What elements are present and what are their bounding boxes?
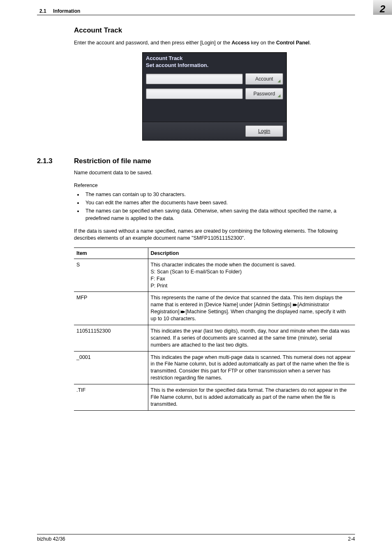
cell-desc: This indicates the page when multi-page …: [148, 351, 355, 384]
cell-item: 110511152300: [74, 325, 148, 351]
sec213-p2: If the data is saved without a name spec…: [74, 228, 355, 242]
screen-title: Account Track: [143, 53, 286, 62]
table-row: MFP This represents the name of the devi…: [74, 292, 355, 325]
page-footer: bizhub 42/36 2-4: [37, 534, 355, 542]
table-row: _0001 This indicates the page when multi…: [74, 351, 355, 384]
header-rule: [37, 15, 355, 15]
cell-desc: This character indicates the mode when t…: [148, 259, 355, 292]
intro-pre: Enter the account and password, and then…: [74, 40, 232, 46]
intro-controlpanel: Control Panel: [276, 40, 309, 46]
reference-list: The names can contain up to 30 character…: [74, 191, 355, 222]
chapter-number: 2: [380, 0, 385, 18]
header-section-number: 2.1: [39, 8, 46, 14]
cell-item: _0001: [74, 351, 148, 384]
cell-item: .TIF: [74, 384, 148, 411]
screen-subtitle: Set account Information.: [143, 62, 286, 72]
account-label: Account: [255, 76, 273, 82]
intro-mid: key on the: [249, 40, 276, 46]
running-header: 2.1 Information: [37, 0, 355, 14]
device-screenshot: Account Track Set account Information. A…: [142, 52, 287, 141]
cell-desc: This is the extension for the specified …: [148, 384, 355, 411]
account-button[interactable]: Account: [245, 73, 283, 85]
intro-post: .: [309, 40, 311, 46]
account-track-heading: Account Track: [74, 26, 355, 35]
account-input[interactable]: [146, 74, 243, 84]
cell-desc: This represents the name of the device t…: [148, 292, 355, 325]
arrow-icon: ▸▸: [181, 308, 184, 315]
login-button[interactable]: Login: [245, 125, 283, 137]
password-input[interactable]: [146, 88, 243, 99]
ref-item: The names can contain up to 30 character…: [83, 191, 355, 198]
reference-label: Reference: [74, 182, 355, 189]
cell-desc: This indicates the year (last two digits…: [148, 325, 355, 351]
cell-item: S: [74, 259, 148, 292]
table-row: .TIF This is the extension for the speci…: [74, 384, 355, 411]
table-row: 110511152300 This indicates the year (la…: [74, 325, 355, 351]
chapter-badge: 2: [373, 0, 392, 15]
th-description: Description: [148, 247, 355, 259]
footer-left: bizhub 42/36: [37, 536, 65, 542]
password-button[interactable]: Password: [245, 88, 283, 99]
ref-item: You can edit the names after the documen…: [83, 199, 355, 206]
ref-item: The names can be specified when saving d…: [83, 207, 355, 222]
password-label: Password: [254, 91, 275, 97]
section-2-1-3-header: 2.1.3 Restriction of file name: [37, 157, 355, 165]
account-track-intro: Enter the account and password, and then…: [74, 39, 355, 46]
th-item: Item: [74, 247, 148, 259]
intro-access: Access: [232, 40, 250, 46]
arrow-icon: ▸▸: [293, 301, 296, 308]
cell-item: MFP: [74, 292, 148, 325]
section-title: Restriction of file name: [74, 157, 151, 165]
header-section-title: Information: [53, 8, 80, 14]
footer-right: 2-4: [348, 536, 355, 542]
login-label: Login: [258, 128, 270, 134]
section-number: 2.1.3: [37, 157, 62, 165]
table-row: S This character indicates the mode when…: [74, 259, 355, 292]
sec213-p1: Name document data to be saved.: [74, 169, 355, 176]
filename-elements-table: Item Description S This character indica…: [74, 247, 355, 411]
